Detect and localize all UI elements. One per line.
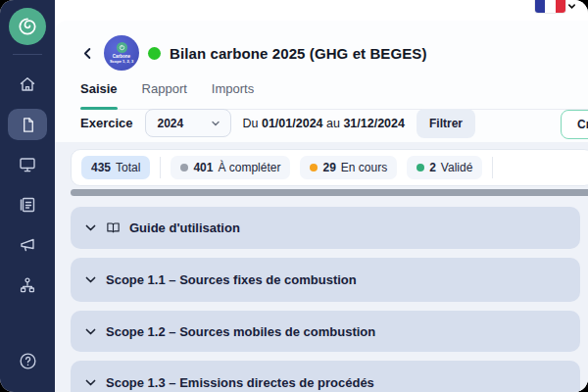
section-scope-1-1[interactable]: Scope 1.1 – Sources fixes de combustion [71, 258, 580, 302]
sidebar-item-home[interactable] [8, 65, 47, 104]
gray-dot-icon [180, 164, 188, 172]
sidebar-item-reports[interactable] [8, 185, 47, 224]
topbar [55, 0, 588, 21]
date-start: 01/01/2024 [262, 117, 323, 130]
sidebar-item-help[interactable] [8, 341, 47, 380]
page-header: Carbone Scope 1, 2, 3 Bilan carbone 2025… [80, 35, 427, 71]
exercice-label: Exercice [80, 116, 133, 130]
sidebar [0, 0, 55, 392]
green-dot-icon [416, 164, 424, 172]
sidebar-item-organization[interactable] [8, 266, 47, 305]
avatar-spiral-icon [117, 42, 127, 53]
sidebar-item-monitor[interactable] [8, 145, 47, 184]
section-title: Scope 1.3 – Emissions directes de procéd… [106, 375, 374, 390]
book-icon [106, 220, 121, 235]
tab-saisie[interactable]: Saisie [80, 81, 118, 99]
create-button[interactable]: Créer [561, 110, 588, 139]
stat-total[interactable]: 435 Total [81, 156, 150, 179]
chevron-down-icon [84, 273, 97, 286]
stats-card: 435 Total 401 À compléter 29 En cours 2 [71, 149, 588, 186]
chevron-down-icon [84, 376, 97, 389]
orange-dot-icon [310, 164, 318, 172]
tab-rapport[interactable]: Rapport [142, 81, 187, 99]
stat-en-cours[interactable]: 29 En cours [300, 156, 397, 179]
chevron-down-icon [84, 221, 97, 234]
tab-imports[interactable]: Imports [212, 81, 254, 99]
back-button[interactable] [80, 46, 95, 61]
section-title: Scope 1.2 – Sources mobiles de combustio… [106, 324, 375, 339]
content-area: 435 Total 401 À compléter 29 En cours 2 [55, 142, 588, 392]
avatar-label-line2: Scope 1, 2, 3 [110, 59, 133, 64]
filter-row: Exercice 2024 Du 01/01/2024 au 31/12/202… [80, 108, 475, 138]
report-list-icon [18, 195, 37, 215]
sidebar-item-announcements[interactable] [8, 225, 47, 265]
tab-bar: Saisie Rapport Imports [80, 81, 588, 110]
section-guide[interactable]: Guide d'utilisation [71, 207, 580, 249]
page-title: Bilan carbone 2025 (GHG et BEGES) [170, 45, 427, 62]
monitor-icon [18, 155, 37, 174]
org-chart-icon [18, 275, 37, 295]
france-flag-icon [535, 0, 565, 13]
section-title: Scope 1.1 – Sources fixes de combustion [106, 272, 357, 287]
horizontal-scrollbar[interactable] [71, 189, 588, 196]
stat-valide[interactable]: 2 Validé [407, 156, 482, 179]
language-selector[interactable] [535, 0, 576, 13]
sidebar-item-documents[interactable] [8, 109, 47, 140]
exercice-select[interactable]: 2024 [145, 109, 231, 137]
section-title: Guide d'utilisation [129, 220, 240, 235]
section-scope-1-3[interactable]: Scope 1.3 – Emissions directes de procéd… [71, 361, 580, 392]
section-scope-1-2[interactable]: Scope 1.2 – Sources mobiles de combustio… [71, 311, 580, 352]
megaphone-icon [18, 235, 37, 255]
filter-button[interactable]: Filtrer [416, 109, 475, 138]
sidebar-divider [13, 54, 42, 55]
document-icon [19, 116, 37, 134]
company-spiral-logo[interactable] [9, 8, 46, 45]
chevron-down-icon [211, 119, 220, 128]
project-avatar: Carbone Scope 1, 2, 3 [104, 35, 139, 71]
stat-a-completer[interactable]: 401 À compléter [171, 156, 290, 179]
exercice-value: 2024 [158, 117, 184, 130]
stat-separator [160, 157, 161, 178]
status-dot [148, 47, 161, 60]
home-icon [18, 74, 37, 94]
date-range: Du 01/01/2024 au 31/12/2024 [243, 117, 405, 130]
main-panel: Carbone Scope 1, 2, 3 Bilan carbone 2025… [55, 21, 588, 392]
stat-separator [492, 157, 493, 178]
app-window: Carbone Scope 1, 2, 3 Bilan carbone 2025… [0, 0, 588, 392]
date-end: 31/12/2024 [343, 117, 405, 130]
chevron-down-icon [84, 325, 97, 338]
help-icon [18, 351, 38, 371]
language-chevron-icon [567, 0, 576, 15]
